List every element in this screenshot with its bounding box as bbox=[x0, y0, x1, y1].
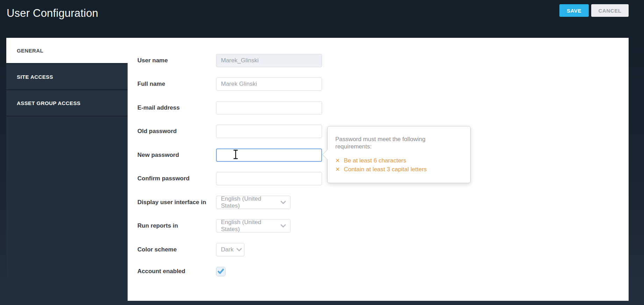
content-panel: GENERAL SITE ACCESS ASSET GROUP ACCESS U… bbox=[6, 38, 629, 301]
color-scheme-select[interactable]: Dark bbox=[216, 243, 244, 256]
account-enabled-checkbox[interactable] bbox=[216, 267, 226, 276]
user-name-field bbox=[216, 54, 322, 67]
password-requirement-item: ✕ Contain at least 3 capital letters bbox=[335, 165, 463, 174]
save-button[interactable]: SAVE bbox=[559, 4, 589, 17]
check-icon bbox=[217, 268, 224, 275]
display-language-row: Display user interface in English (Unite… bbox=[137, 196, 291, 209]
old-password-label: Old password bbox=[137, 128, 216, 135]
password-requirement-item: ✕ Be at least 6 characters bbox=[335, 156, 463, 165]
report-language-select[interactable]: English (United States) bbox=[216, 219, 291, 233]
tooltip-arrow bbox=[322, 150, 333, 160]
requirement-text: Contain at least 3 capital letters bbox=[344, 165, 427, 174]
header-actions: SAVE CANCEL bbox=[559, 4, 629, 17]
email-field[interactable] bbox=[216, 101, 322, 115]
color-scheme-value: Dark bbox=[221, 246, 234, 253]
cancel-button[interactable]: CANCEL bbox=[591, 4, 629, 17]
x-mark-icon: ✕ bbox=[335, 156, 340, 165]
user-name-label: User name bbox=[137, 57, 216, 64]
report-language-label: Run reports in bbox=[137, 222, 216, 229]
display-language-select[interactable]: English (United States) bbox=[216, 196, 291, 209]
sidebar: GENERAL SITE ACCESS ASSET GROUP ACCESS bbox=[6, 38, 128, 301]
x-mark-icon: ✕ bbox=[335, 165, 340, 174]
chevron-down-icon bbox=[236, 248, 242, 251]
page: User Configuration SAVE CANCEL GENERAL S… bbox=[0, 0, 644, 305]
account-enabled-row: Account enabled bbox=[137, 265, 226, 278]
new-password-label: New password bbox=[137, 152, 216, 159]
requirement-text: Be at least 6 characters bbox=[344, 156, 406, 165]
tooltip-title: Password must meet the following require… bbox=[335, 136, 463, 150]
email-row: E-mail address bbox=[137, 101, 322, 115]
confirm-password-field[interactable] bbox=[216, 172, 322, 185]
color-scheme-label: Color scheme bbox=[137, 246, 216, 253]
chevron-down-icon bbox=[280, 224, 286, 228]
full-name-field[interactable] bbox=[216, 77, 322, 91]
confirm-password-row: Confirm password bbox=[137, 172, 322, 185]
i-beam-cursor-icon bbox=[232, 149, 239, 160]
old-password-field[interactable] bbox=[216, 125, 322, 138]
account-enabled-label: Account enabled bbox=[137, 268, 216, 275]
chevron-down-icon bbox=[280, 201, 286, 204]
report-language-row: Run reports in English (United States) bbox=[137, 219, 291, 233]
confirm-password-label: Confirm password bbox=[137, 175, 216, 182]
new-password-field[interactable] bbox=[216, 148, 322, 162]
color-scheme-row: Color scheme Dark bbox=[137, 243, 244, 256]
sidebar-tab-label: SITE ACCESS bbox=[17, 74, 53, 80]
user-name-row: User name bbox=[137, 54, 322, 67]
email-label: E-mail address bbox=[137, 104, 216, 111]
old-password-row: Old password bbox=[137, 125, 322, 138]
password-requirements-tooltip: Password must meet the following require… bbox=[327, 126, 471, 183]
sidebar-tab-site-access[interactable]: SITE ACCESS bbox=[6, 64, 128, 90]
sidebar-tab-asset-group-access[interactable]: ASSET GROUP ACCESS bbox=[6, 90, 128, 117]
sidebar-tab-general[interactable]: GENERAL bbox=[6, 38, 128, 64]
page-title: User Configuration bbox=[7, 7, 98, 20]
sidebar-tab-label: GENERAL bbox=[17, 48, 43, 54]
display-language-value: English (United States) bbox=[221, 195, 278, 209]
full-name-label: Full name bbox=[137, 81, 216, 88]
new-password-row: New password bbox=[137, 148, 322, 162]
sidebar-tab-label: ASSET GROUP ACCESS bbox=[17, 100, 80, 106]
report-language-value: English (United States) bbox=[221, 219, 278, 233]
sidebar-filler bbox=[6, 117, 128, 301]
full-name-row: Full name bbox=[137, 77, 322, 91]
display-language-label: Display user interface in bbox=[137, 199, 216, 206]
